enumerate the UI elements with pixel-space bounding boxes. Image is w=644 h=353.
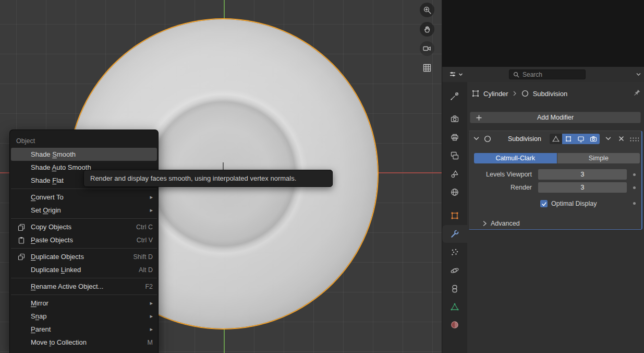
particles-icon [450, 248, 459, 257]
menu-item-label: Snap [31, 312, 46, 320]
menu-item-shortcut: M [138, 339, 153, 346]
pin-id-button[interactable] [633, 89, 641, 97]
tab-view-layer[interactable] [442, 147, 467, 164]
tooltip: Render and display faces smooth, using i… [83, 170, 333, 187]
toggle-grid-gizmo-button[interactable] [420, 61, 434, 75]
tab-material[interactable] [442, 316, 467, 333]
menu-item-move-to-collection[interactable]: Move to CollectionM [11, 336, 157, 349]
menu-separator [11, 278, 157, 278]
advanced-section-header[interactable]: Advanced [482, 218, 520, 229]
simple-button[interactable]: Simple [557, 153, 640, 163]
header-options-button[interactable] [636, 72, 641, 77]
chevron-right-icon [482, 220, 487, 227]
menu-item-shortcut: Ctrl C [127, 223, 153, 231]
object-data-icon [471, 89, 480, 98]
paste-icon [16, 237, 27, 244]
toggle-on-cage[interactable] [550, 134, 562, 144]
tab-scene[interactable] [442, 166, 467, 182]
toggle-edit-mode-display[interactable] [562, 134, 575, 144]
menu-item-duplicate-linked[interactable]: Duplicate LinkedAlt D [11, 263, 157, 276]
modifier-panel-header[interactable]: Subdivision [469, 131, 641, 147]
menu-item-label: Shade Smooth [31, 150, 76, 158]
tool-icon [450, 91, 459, 101]
tab-world[interactable] [442, 184, 467, 201]
menu-item-duplicate-objects[interactable]: Duplicate ObjectsShift D [11, 250, 157, 263]
subdivision-algorithm-segment: Catmull-Clark Simple [474, 153, 640, 163]
animate-dot[interactable] [633, 186, 636, 189]
expand-panel-button[interactable] [473, 135, 480, 142]
render-camera-icon [450, 114, 459, 124]
menu-item-mirror[interactable]: Mirror▸ [11, 297, 157, 310]
duplicate-icon [16, 253, 27, 261]
catmull-clark-button[interactable]: Catmull-Clark [474, 153, 557, 163]
menu-item-paste-objects[interactable]: Paste ObjectsCtrl V [11, 233, 157, 246]
viewport-gizmos [420, 3, 435, 80]
chevron-down-icon [605, 135, 612, 142]
tab-physics[interactable] [442, 262, 467, 279]
tab-object[interactable] [442, 207, 467, 224]
grid-icon [422, 63, 432, 73]
object-context-menu: Object Shade SmoothShade Auto SmoothShad… [9, 130, 159, 353]
modifier-name-field[interactable]: Subdivision [501, 131, 548, 147]
optimal-display-checkbox[interactable] [540, 200, 548, 207]
search-input[interactable]: Search [509, 69, 586, 79]
toggle-realtime-display[interactable] [575, 134, 587, 144]
add-modifier-label: Add Modifier [537, 114, 574, 121]
menu-item-convert-to[interactable]: Convert To▸ [11, 191, 157, 204]
breadcrumb-object[interactable]: Cylinder [483, 90, 508, 98]
tab-render[interactable] [442, 111, 467, 127]
menu-item-rename-active-object[interactable]: Rename Active Object...F2 [11, 280, 157, 293]
menu-item-label: Set Origin [31, 206, 61, 214]
menu-item-shortcut: Alt D [129, 266, 153, 274]
menu-item-label: Convert To [31, 193, 64, 201]
tab-object-data[interactable] [442, 299, 467, 315]
mesh-data-triangle-icon [450, 302, 459, 312]
close-icon [618, 135, 625, 142]
hand-icon [423, 25, 432, 34]
drag-handle-icon[interactable] [629, 137, 639, 142]
animate-dot[interactable] [633, 173, 636, 176]
checkmark-icon [541, 201, 547, 207]
levels-viewport-field[interactable]: 3 [538, 169, 627, 180]
scene-icon [450, 169, 459, 179]
breadcrumb-modifier[interactable]: Subdivision [533, 90, 568, 98]
modifier-extras-button[interactable] [605, 135, 612, 142]
submenu-arrow-icon: ▸ [140, 313, 153, 320]
menu-item-shade-smooth[interactable]: Shade Smooth [11, 148, 157, 161]
menu-item-copy-objects[interactable]: Copy ObjectsCtrl C [11, 220, 157, 233]
tab-particles[interactable] [442, 244, 467, 261]
menu-separator [11, 218, 157, 219]
animate-dot[interactable] [633, 202, 636, 205]
delete-modifier-button[interactable] [618, 135, 625, 142]
tab-output[interactable] [442, 129, 467, 146]
menu-item-label: Shade Flat [31, 176, 64, 184]
modifier-display-toggles [550, 134, 600, 144]
menu-item-set-origin[interactable]: Set Origin▸ [11, 204, 157, 217]
menu-item-snap[interactable]: Snap▸ [11, 310, 157, 323]
tab-constraints[interactable] [442, 280, 467, 297]
object-square-icon [450, 211, 459, 220]
subdivision-modifier-icon [483, 135, 492, 143]
camera-icon [422, 44, 432, 53]
tab-tool[interactable] [442, 88, 467, 104]
menu-item-label: Move to Collection [31, 338, 87, 346]
menu-item-parent[interactable]: Parent▸ [11, 323, 157, 336]
submenu-arrow-icon: ▸ [140, 207, 153, 214]
submenu-arrow-icon: ▸ [140, 326, 153, 333]
printer-icon [450, 133, 459, 142]
outliner-panel [442, 0, 644, 67]
add-modifier-button[interactable]: Add Modifier [470, 112, 641, 123]
constraint-links-icon [450, 284, 459, 293]
layers-icon [450, 151, 459, 160]
pan-gizmo-button[interactable] [420, 22, 434, 37]
zoom-icon [423, 6, 432, 15]
chevron-down-icon [636, 72, 641, 77]
toggle-render-display[interactable] [587, 134, 600, 144]
render-levels-field[interactable]: 3 [538, 182, 627, 193]
camera-view-gizmo-button[interactable] [420, 41, 434, 56]
tab-modifiers[interactable] [442, 225, 467, 243]
modifier-icon [521, 89, 529, 98]
editor-type-button[interactable] [448, 70, 463, 78]
zoom-gizmo-button[interactable] [420, 3, 434, 17]
render-levels-label: Render [469, 182, 532, 193]
